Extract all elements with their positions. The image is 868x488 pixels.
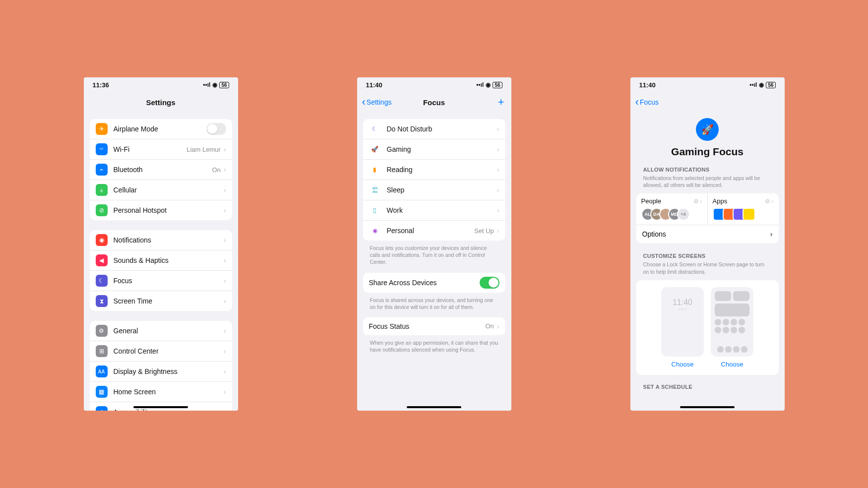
chevron-right-icon: › [224, 347, 226, 355]
hotspot-icon: ⊘ [96, 204, 108, 216]
textsize-icon: AA [96, 366, 108, 377]
personal-row[interactable]: ◉PersonalSet Up› [363, 221, 505, 241]
chevron-right-icon: › [224, 166, 226, 174]
hotspot-row[interactable]: ⊘Personal Hotspot› [90, 200, 232, 220]
home-indicator[interactable] [133, 406, 188, 408]
moon-icon: ☾ [96, 275, 108, 287]
status-bar: 11:40 ••ıl ◉ 56 [630, 77, 785, 92]
chevron-right-icon: › [224, 206, 226, 214]
chevron-right-icon: › [224, 236, 226, 244]
cellular-row[interactable]: ⏚Cellular› [90, 180, 232, 200]
chevron-right-icon: › [497, 125, 499, 133]
homescreen-row[interactable]: ▦Home Screen› [90, 382, 232, 402]
customize-desc: Choose a Lock Screen or Home Screen page… [636, 261, 779, 280]
schedule-title: SET A SCHEDULE [636, 384, 779, 392]
alerts-group: ◉Notifications› ◀Sounds & Haptics› ☾Focu… [90, 230, 232, 311]
cellular-icon: ⏚ [96, 184, 108, 196]
wifi-icon: ◉ [759, 81, 764, 88]
chevron-right-icon: › [224, 256, 226, 264]
person-icon: ◉ [369, 225, 381, 237]
add-button[interactable]: + [498, 97, 504, 108]
wifi-row[interactable]: ⌔Wi-FiLiam Lemur› [90, 139, 232, 160]
choose-lock-button[interactable]: Choose [661, 361, 704, 368]
screens-card: 11:40 ○○○ Choose Choose [636, 280, 779, 375]
hero: 🚀 Gaming Focus [636, 112, 779, 167]
signal-icon: ••ıl [203, 81, 210, 88]
switches-icon: ⊞ [96, 345, 108, 357]
chevron-right-icon: › [224, 367, 226, 375]
airplane-row[interactable]: ✈Airplane Mode [90, 119, 232, 139]
connectivity-group: ✈Airplane Mode ⌔Wi-FiLiam Lemur› ⌁Blueto… [90, 119, 232, 220]
controlcenter-row[interactable]: ⊞Control Center› [90, 341, 232, 362]
people-cell[interactable]: People⚙› AL DA MD +4 [636, 193, 708, 225]
chevron-right-icon: › [497, 206, 499, 214]
nav-bar: Settings [84, 92, 238, 112]
nav-bar: Focus [630, 92, 785, 112]
status-icons: ••ıl ◉ 56 [203, 81, 229, 88]
clock: 11:40 [366, 81, 382, 89]
clock: 11:36 [93, 81, 109, 89]
accessibility-icon: ◉ [96, 406, 108, 411]
moon-icon: ☾ [369, 123, 381, 135]
options-row[interactable]: Options › [636, 225, 779, 243]
home-screen-preview[interactable]: Choose [711, 287, 753, 368]
gaming-row[interactable]: 🚀Gaming› [363, 139, 505, 160]
page-title: Settings [146, 98, 175, 107]
status-bar: 11:40 ••ıl ◉ 56 [357, 77, 511, 92]
lock-screen-preview[interactable]: 11:40 ○○○ Choose [661, 287, 704, 368]
chevron-right-icon: › [700, 198, 702, 205]
sounds-row[interactable]: ◀Sounds & Haptics› [90, 250, 232, 271]
content: 🚀 Gaming Focus ALLOW NOTIFICATIONS Notif… [630, 112, 785, 411]
allow-panel: People⚙› AL DA MD +4 Apps⚙› [636, 193, 779, 243]
system-group: ⚙General› ⊞Control Center› AADisplay & B… [90, 321, 232, 411]
notifications-row[interactable]: ◉Notifications› [90, 230, 232, 250]
focus-status-group: Focus StatusOn› [363, 317, 505, 335]
bluetooth-row[interactable]: ⌁BluetoothOn› [90, 160, 232, 180]
focus-list-screen: 11:40 ••ıl ◉ 56 Settings Focus + ☾Do Not… [357, 77, 511, 411]
bluetooth-icon: ⌁ [96, 164, 108, 176]
wifi-icon: ◉ [486, 81, 491, 88]
display-row[interactable]: AADisplay & Brightness› [90, 362, 232, 382]
focus-status-row[interactable]: Focus StatusOn› [363, 317, 505, 335]
chevron-right-icon: › [224, 327, 226, 335]
choose-home-button[interactable]: Choose [711, 361, 753, 368]
page-title: Focus [423, 98, 445, 107]
share-toggle[interactable] [480, 277, 499, 289]
allow-title: ALLOW NOTIFICATIONS [636, 167, 779, 175]
clock: 11:40 [639, 81, 656, 89]
signal-icon: ••ıl [476, 81, 484, 88]
app-icon [743, 208, 755, 221]
modes-caption: Focus lets you customize your devices an… [363, 244, 505, 273]
focus-row[interactable]: ☾Focus› [90, 271, 232, 291]
home-indicator[interactable] [680, 406, 735, 408]
hero-title: Gaming Focus [636, 146, 779, 158]
dnd-row[interactable]: ☾Do Not Disturb› [363, 119, 505, 139]
battery-icon: 56 [766, 82, 775, 88]
share-row[interactable]: Share Across Devices [363, 273, 505, 293]
rocket-icon: 🚀 [369, 143, 381, 155]
wifi-icon: ⌔ [96, 143, 108, 155]
apps-cell[interactable]: Apps⚙› [708, 193, 779, 225]
status-icons: ••ıl ◉ 56 [749, 81, 775, 88]
status-caption: When you give an app permission, it can … [363, 339, 505, 360]
back-button[interactable]: Settings [362, 98, 392, 106]
focus-modes-group: ☾Do Not Disturb› 🚀Gaming› ▮Reading› ⛱Sle… [363, 119, 505, 241]
battery-icon: 56 [493, 82, 502, 88]
work-row[interactable]: ▯Work› [363, 200, 505, 221]
chevron-right-icon: › [497, 186, 499, 194]
screentime-row[interactable]: ⧗Screen Time› [90, 291, 232, 311]
airplane-icon: ✈ [96, 123, 108, 135]
back-button[interactable]: Focus [635, 98, 659, 106]
gear-icon: ⚙ [693, 198, 699, 205]
sleep-row[interactable]: ⛱Sleep› [363, 180, 505, 200]
reading-row[interactable]: ▮Reading› [363, 160, 505, 180]
share-group: Share Across Devices [363, 273, 505, 293]
bed-icon: ⛱ [369, 184, 381, 196]
grid-icon: ▦ [96, 386, 108, 398]
status-icons: ••ıl ◉ 56 [476, 81, 502, 88]
airplane-toggle[interactable] [206, 123, 226, 135]
chevron-right-icon: › [497, 322, 499, 330]
home-indicator[interactable] [407, 406, 461, 408]
general-row[interactable]: ⚙General› [90, 321, 232, 341]
chevron-right-icon: › [224, 145, 226, 153]
